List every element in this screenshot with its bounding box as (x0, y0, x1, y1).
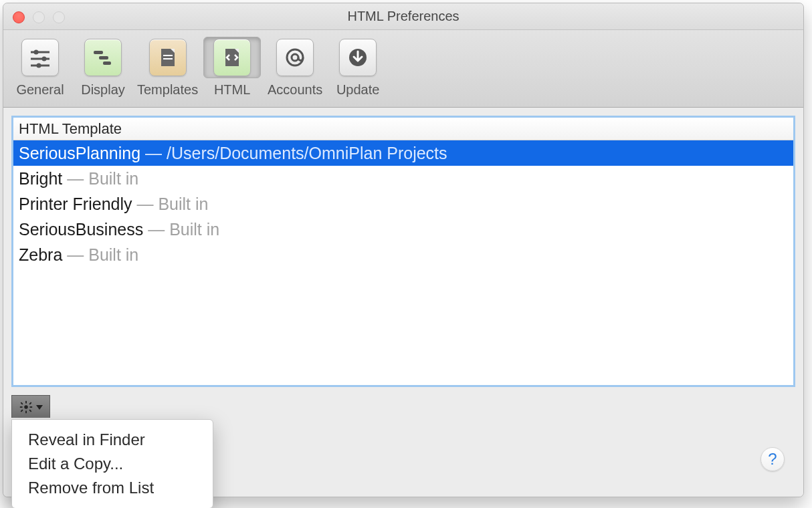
list-item[interactable]: SeriousPlanning — /Users/Documents/OmniP… (13, 140, 793, 166)
help-button[interactable]: ? (760, 447, 785, 471)
template-subtitle: Built in (169, 220, 219, 239)
svg-rect-6 (94, 51, 103, 54)
toolbar-label: Templates (137, 82, 198, 98)
toolbar-item-display[interactable]: Display (72, 37, 134, 98)
svg-rect-7 (99, 56, 108, 59)
traffic-lights (13, 11, 65, 23)
template-subtitle: Built in (158, 195, 208, 213)
window-minimize-button[interactable] (33, 11, 45, 23)
toolbar-item-accounts[interactable]: Accounts (264, 37, 326, 98)
svg-rect-21 (20, 406, 23, 408)
titlebar: HTML Preferences (3, 3, 803, 30)
svg-rect-19 (25, 401, 27, 404)
gear-icon (19, 400, 33, 414)
gantt-icon (91, 45, 115, 70)
svg-point-1 (34, 50, 39, 55)
menu-item-edit-a-copy[interactable]: Edit a Copy... (12, 452, 213, 476)
chevron-down-icon (36, 405, 43, 410)
toolbar-item-update[interactable]: Update (326, 37, 389, 98)
svg-rect-23 (21, 402, 23, 405)
separator: — (62, 169, 88, 188)
template-name: SeriousBusiness (19, 220, 143, 239)
toolbar-label: Display (81, 82, 125, 98)
svg-rect-8 (103, 61, 111, 65)
window-close-button[interactable] (13, 11, 25, 23)
template-name: Printer Friendly (19, 195, 132, 213)
svg-point-5 (37, 64, 41, 68)
template-subtitle: /Users/Documents/OmniPlan Projects (167, 144, 447, 162)
toolbar-label: Accounts (268, 82, 322, 98)
menu-item-remove-from-list[interactable]: Remove from List (12, 476, 213, 500)
toolbar-item-general[interactable]: General (9, 37, 72, 98)
template-subtitle: Built in (88, 169, 138, 188)
list-footer-bar (11, 395, 795, 420)
svg-rect-25 (21, 410, 23, 412)
svg-rect-9 (161, 49, 175, 66)
window-zoom-button[interactable] (53, 11, 65, 23)
svg-rect-22 (30, 406, 33, 408)
list-item[interactable]: SeriousBusiness — Built in (13, 217, 793, 242)
separator: — (132, 195, 159, 213)
download-icon (346, 45, 370, 70)
svg-rect-11 (163, 55, 173, 56)
list-item[interactable]: Zebra — Built in (13, 242, 793, 267)
template-name: SeriousPlanning (19, 144, 140, 162)
list-column-header[interactable]: HTML Template (13, 118, 793, 140)
preferences-window: HTML Preferences General (3, 3, 804, 497)
separator: — (140, 144, 167, 162)
separator: — (143, 220, 169, 239)
toolbar: General Display Templates (3, 30, 803, 108)
svg-point-18 (24, 405, 28, 409)
help-glyph: ? (768, 450, 777, 469)
toolbar-label: Update (336, 82, 380, 98)
code-page-icon (220, 45, 244, 70)
list-item[interactable]: Bright — Built in (13, 166, 793, 191)
menu-item-reveal-in-finder[interactable]: Reveal in Finder (12, 428, 213, 452)
toolbar-item-html[interactable]: HTML (201, 37, 264, 98)
toolbar-label: HTML (214, 82, 250, 98)
list-item[interactable]: Printer Friendly — Built in (13, 191, 793, 217)
template-name: Bright (19, 169, 62, 188)
template-name: Zebra (19, 245, 62, 264)
svg-point-15 (287, 49, 303, 66)
svg-rect-12 (163, 58, 173, 59)
separator: — (62, 245, 88, 264)
window-title: HTML Preferences (347, 9, 459, 24)
gear-context-menu: Reveal in Finder Edit a Copy... Remove f… (11, 419, 213, 508)
svg-rect-20 (25, 411, 27, 414)
toolbar-item-templates[interactable]: Templates (134, 37, 201, 98)
sliders-icon (28, 45, 52, 70)
svg-point-3 (42, 57, 47, 61)
template-list: HTML Template SeriousPlanning — /Users/D… (11, 116, 795, 387)
svg-rect-26 (29, 402, 31, 405)
gear-menu-button[interactable] (11, 395, 50, 419)
template-subtitle: Built in (88, 245, 138, 264)
toolbar-label: General (16, 82, 64, 98)
at-sign-icon (283, 45, 307, 70)
svg-rect-24 (29, 410, 31, 412)
page-icon (156, 45, 180, 70)
